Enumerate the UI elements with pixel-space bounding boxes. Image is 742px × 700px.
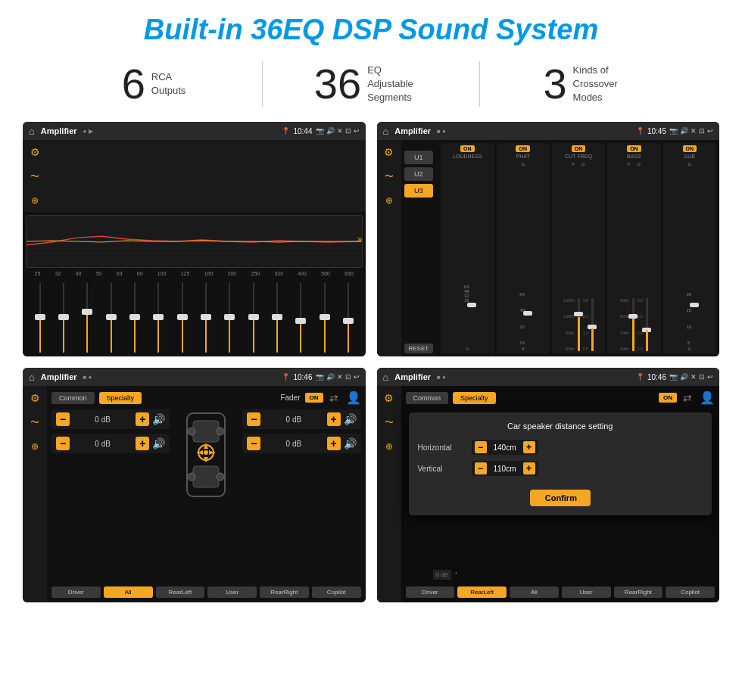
- horizontal-plus[interactable]: +: [523, 441, 535, 453]
- u-btn-3[interactable]: U3: [404, 184, 434, 198]
- eq-sidebar: ⚙ 〜 ⊕: [23, 140, 47, 212]
- btn-all[interactable]: All: [104, 586, 153, 598]
- sub-name: SUB: [684, 154, 695, 159]
- crossover-reset-btn[interactable]: RESET: [404, 344, 434, 353]
- eq-slider-12[interactable]: 0: [313, 279, 335, 356]
- svg-rect-6: [193, 466, 219, 487]
- waveform-icon-4[interactable]: 〜: [385, 416, 394, 429]
- fader-on-badge-4: ON: [659, 393, 677, 403]
- tab-specialty[interactable]: Specialty: [99, 392, 142, 404]
- eq-icon-3[interactable]: ⚙: [30, 392, 40, 404]
- eq-slider-0[interactable]: 0: [29, 279, 51, 356]
- vol-plus-tr[interactable]: +: [327, 412, 341, 426]
- vertical-label: Vertical: [418, 465, 467, 473]
- home-icon-4: ⌂: [383, 372, 389, 383]
- dialog-btn-all[interactable]: All: [510, 586, 559, 598]
- screen-crossover: ⌂ Amplifier ■ ● 📍 10:45 📷🔊✕⊡↩ ⚙ 〜 ⊕ U1: [377, 122, 720, 356]
- eq-sliders: 0 0 5 0 0: [26, 279, 363, 356]
- eq-slider-7[interactable]: 0: [195, 279, 217, 356]
- confirm-button[interactable]: Confirm: [530, 490, 591, 506]
- eq-main: 25 32 40 50 63 80 100 125 160 200 250 32…: [23, 212, 366, 356]
- eq-slider-3[interactable]: 0: [100, 279, 122, 356]
- vol-minus-tr[interactable]: −: [247, 412, 260, 426]
- stat-eq-label: EQ AdjustableSegments: [367, 64, 428, 105]
- eq-slider-6[interactable]: 0: [171, 279, 193, 356]
- dialog-btn-driver[interactable]: Driver: [406, 586, 455, 598]
- svg-point-16: [217, 473, 224, 481]
- fader-label: Fader: [280, 394, 300, 402]
- vol-plus-tl[interactable]: +: [136, 412, 149, 426]
- eq-icon-4[interactable]: ⚙: [384, 392, 394, 404]
- vol-row-tl: − 0 dB + 🔊: [51, 409, 170, 429]
- btn-copilot[interactable]: Copilot: [312, 586, 361, 598]
- screen3-time: 10:46: [293, 373, 312, 381]
- eq-slider-5[interactable]: 0: [148, 279, 170, 356]
- tab-specialty-4[interactable]: Specialty: [453, 392, 496, 404]
- cutfreq-on-badge: ON: [572, 145, 586, 152]
- stat-rca-number: 6: [122, 63, 145, 105]
- eq-slider-13[interactable]: -1: [337, 279, 359, 356]
- waveform-icon-3[interactable]: 〜: [30, 416, 39, 429]
- horizontal-minus[interactable]: −: [475, 441, 487, 453]
- eq-slider-9[interactable]: 0: [242, 279, 264, 356]
- speaker-icon-4[interactable]: ⊕: [385, 441, 393, 452]
- vol-minus-br[interactable]: −: [247, 437, 260, 450]
- fader-layout: − 0 dB + 🔊 − 0 dB + 🔊: [51, 409, 361, 582]
- tab-common[interactable]: Common: [51, 392, 95, 404]
- svg-marker-17: [204, 443, 208, 449]
- waveform-icon[interactable]: 〜: [30, 170, 39, 183]
- eq-icon[interactable]: ⚙: [30, 146, 40, 158]
- btn-rearright[interactable]: RearRight: [260, 586, 309, 598]
- u-btn-1[interactable]: U1: [404, 151, 434, 164]
- fader-main: Common Specialty Fader ON ⇄ 👤 − 0 dB + 🔊: [47, 386, 366, 602]
- eq-slider-11[interactable]: -1: [290, 279, 312, 356]
- dialog-row-horizontal: Horizontal − 140cm +: [418, 440, 703, 455]
- btn-user[interactable]: User: [207, 586, 257, 598]
- eq-slider-1[interactable]: 0: [52, 279, 74, 356]
- eq-icon-2[interactable]: ⚙: [384, 146, 394, 158]
- channel-cutfreq: ON CUT FREQ F G 120Hz 100Hz: [552, 143, 605, 353]
- speaker-icon-2[interactable]: ⊕: [385, 195, 393, 206]
- status-bar-1: ⌂ Amplifier ● ▶ 📍 10:44 📷🔊✕⊡↩: [23, 122, 366, 140]
- waveform-icon-2[interactable]: 〜: [385, 170, 394, 183]
- fader-content: ⚙ 〜 ⊕ Common Specialty Fader ON ⇄ 👤 −: [23, 386, 366, 602]
- btn-rearleft[interactable]: RearLeft: [156, 586, 205, 598]
- eq-slider-8[interactable]: 0: [219, 279, 241, 356]
- stat-eq-number: 36: [314, 63, 361, 105]
- car-diagram-svg: [179, 409, 232, 500]
- vol-minus-tl[interactable]: −: [56, 412, 70, 426]
- eq-slider-10[interactable]: 0: [266, 279, 288, 356]
- vol-plus-br[interactable]: +: [327, 437, 341, 450]
- vol-plus-bl[interactable]: +: [136, 437, 149, 450]
- dialog-content: ⚙ 〜 ⊕ Common Specialty ON ⇄ 👤 Car speake…: [377, 386, 720, 602]
- eq-slider-2[interactable]: 5: [76, 279, 98, 356]
- speaker-tl: 🔊: [152, 413, 165, 425]
- dialog-btn-rearleft[interactable]: RearLeft: [457, 586, 507, 598]
- screen1-time: 10:44: [293, 127, 312, 135]
- eq-slider-4[interactable]: 0: [123, 279, 145, 356]
- next-arrow[interactable]: »: [357, 234, 363, 244]
- screens-grid: ⌂ Amplifier ● ▶ 📍 10:44 📷🔊✕⊡↩ ⚙ 〜 ⊕: [0, 118, 742, 614]
- speaker-icon-3[interactable]: ⊕: [31, 441, 39, 452]
- vertical-value: 110cm: [490, 465, 520, 473]
- vertical-plus[interactable]: +: [523, 462, 535, 474]
- stats-row: 6 RCAOutputs 36 EQ AdjustableSegments 3 …: [0, 54, 742, 118]
- u-btn-2[interactable]: U2: [404, 167, 434, 181]
- stat-rca: 6 RCAOutputs: [45, 63, 262, 105]
- tab-common-4[interactable]: Common: [406, 392, 449, 404]
- svg-point-14: [217, 428, 224, 435]
- dialog-btn-user[interactable]: User: [562, 586, 611, 598]
- dialog-btn-copilot[interactable]: Copilot: [666, 586, 715, 598]
- speaker-icon-s[interactable]: ⊕: [31, 195, 39, 206]
- screen2-title: Amplifier: [394, 126, 431, 135]
- eq-freq-labels: 25 32 40 50 63 80 100 125 160 200 250 32…: [26, 271, 363, 276]
- screen-fader: ⌂ Amplifier ■ ● 📍 10:46 📷🔊✕⊡↩ ⚙ 〜 ⊕ Comm…: [23, 368, 366, 602]
- stat-rca-label: RCAOutputs: [151, 70, 186, 98]
- btn-driver[interactable]: Driver: [51, 586, 101, 598]
- u-buttons-section: U1 U2 U3 RESET: [404, 143, 437, 353]
- vertical-minus[interactable]: −: [475, 462, 487, 474]
- fader-right-controls: − 0 dB + 🔊 − 0 dB + 🔊: [242, 409, 360, 582]
- screen4-title: Amplifier: [394, 372, 431, 381]
- vol-minus-bl[interactable]: −: [56, 437, 70, 450]
- dialog-btn-rearright[interactable]: RearRight: [614, 586, 663, 598]
